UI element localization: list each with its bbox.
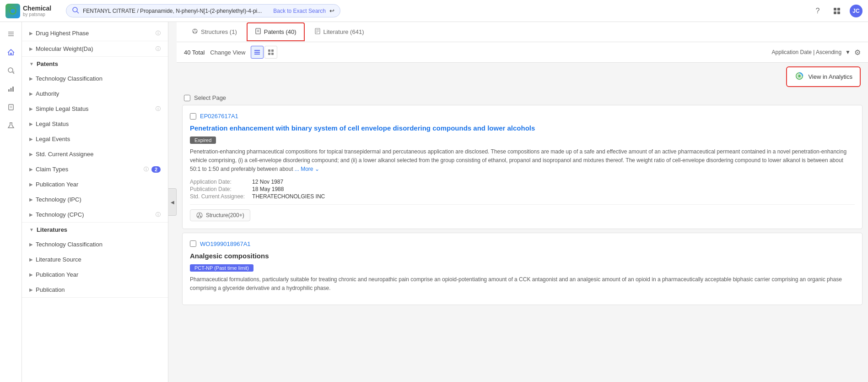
authority-label: Authority	[36, 90, 161, 97]
total-count: 40 Total	[184, 49, 205, 56]
select-page-checkbox[interactable]	[184, 95, 190, 101]
technology-cpc-item[interactable]: ▶ Technology (CPC) ⓘ	[22, 207, 168, 222]
logo-area: Chemical by patsnap	[5, 4, 60, 18]
tab-structures-label: Structures (1)	[201, 28, 237, 35]
patent-1-abstract: Penetration-enhancing pharmaceutical com…	[190, 147, 855, 174]
list-view-icon[interactable]	[251, 46, 264, 59]
patent-1-header: EP0267617A1	[190, 113, 855, 120]
svg-rect-26	[256, 28, 260, 34]
tab-patents[interactable]: Patents (40)	[247, 22, 305, 41]
publication-year-item[interactable]: ▶ Publication Year	[22, 177, 168, 192]
chevron-right-icon: ▶	[29, 121, 33, 126]
chart-side-icon[interactable]	[3, 81, 19, 97]
svg-point-23	[194, 29, 196, 31]
flask-side-icon[interactable]	[3, 117, 19, 134]
legal-status-label: Legal Status	[36, 120, 161, 127]
icon-bar	[0, 22, 22, 382]
search-input[interactable]	[83, 8, 270, 14]
claim-types-item[interactable]: ▶ Claim Types ⓘ 2	[22, 162, 168, 177]
svg-point-25	[195, 32, 197, 33]
tabs-bar: Structures (1) Patents (40) Literature (…	[177, 22, 868, 42]
chevron-right-icon: ▶	[29, 136, 33, 142]
svg-rect-7	[837, 11, 840, 14]
simple-legal-status-item[interactable]: ▶ Simple Legal Status ⓘ	[22, 101, 168, 116]
analytics-section: View in Analytics	[177, 63, 868, 91]
sidebar-collapse-btn[interactable]: ◀	[168, 188, 177, 216]
literatures-section: ▼ Literatures ▶ Technology Classificatio…	[22, 223, 168, 298]
patent-2-title[interactable]: Analgesic compositions	[190, 251, 855, 261]
view-icons	[251, 46, 277, 59]
settings-icon[interactable]: ⚙	[854, 48, 861, 57]
technology-ipc-item[interactable]: ▶ Technology (IPC)	[22, 192, 168, 207]
patents-header[interactable]: ▼ Patents	[22, 57, 168, 71]
sort-chevron-icon[interactable]: ▼	[845, 49, 851, 55]
analytics-btn[interactable]: View in Analytics	[786, 66, 861, 87]
literatures-header[interactable]: ▼ Literatures	[22, 223, 168, 237]
patent-card-2: WO1999018967A1 Analgesic compositions PC…	[182, 233, 863, 305]
patent-1-title[interactable]: Penetration enhancement with binary syst…	[190, 123, 855, 133]
legal-events-item[interactable]: ▶ Legal Events	[22, 131, 168, 147]
logo-icon	[5, 4, 20, 18]
patent-2-id[interactable]: WO1999018967A1	[200, 240, 251, 247]
patent-1-id[interactable]: EP0267617A1	[200, 113, 238, 120]
structures-tab-icon	[192, 28, 198, 36]
tab-structures[interactable]: Structures (1)	[184, 23, 245, 41]
application-date-value-1: 12 Nov 1987	[252, 179, 855, 185]
literature-source-label: Literature Source	[36, 256, 161, 263]
claim-types-badge: 2	[151, 166, 161, 173]
legal-status-item[interactable]: ▶ Legal Status	[22, 116, 168, 131]
patent-1-more-link[interactable]: ... More ⌄	[295, 166, 319, 172]
tab-literature[interactable]: Literature (641)	[307, 23, 372, 41]
svg-line-3	[77, 11, 79, 13]
literature-source-item[interactable]: ▶ Literature Source	[22, 252, 168, 267]
assignee-value-1: THERATECHONOLGIES INC	[252, 193, 855, 200]
technology-classification-item[interactable]: ▶ Technology Classification	[22, 71, 168, 86]
grid-icon[interactable]	[830, 5, 843, 17]
chevron-right-icon: ▶	[29, 182, 33, 187]
simple-legal-status-label: Simple Legal Status	[36, 105, 151, 112]
menu-icon[interactable]	[3, 26, 19, 42]
svg-point-1	[11, 9, 15, 13]
structure-btn-1[interactable]: Structure(200+)	[190, 209, 250, 221]
logo-text: Chemical by patsnap	[23, 5, 51, 17]
drug-highest-phase-item[interactable]: ▶ Drug Highest Phase ⓘ	[22, 26, 168, 41]
patent-1-checkbox[interactable]	[190, 113, 196, 120]
patent-2-status-badge: PCT-NP (Past time limit)	[190, 264, 253, 272]
chevron-right-icon: ▶	[29, 287, 33, 292]
publication-item[interactable]: ▶ Publication	[22, 282, 168, 297]
technology-cpc-label: Technology (CPC)	[36, 211, 151, 218]
literatures-header-label: Literatures	[37, 226, 67, 233]
molecular-weight-item[interactable]: ▶ Molecular Weight(Da) ⓘ	[22, 41, 168, 56]
lit-publication-year-item[interactable]: ▶ Publication Year	[22, 267, 168, 282]
technology-classification-label: Technology Classification	[36, 75, 161, 82]
patents-tab-icon	[255, 28, 261, 36]
grid-view-icon[interactable]	[264, 46, 277, 59]
std-current-assignee-item[interactable]: ▶ Std. Current Assignee	[22, 147, 168, 162]
main-layout: ▶ Drug Highest Phase ⓘ ▶ Molecular Weigh…	[0, 22, 868, 382]
svg-point-2	[73, 7, 77, 12]
chevron-right-icon: ▶	[29, 197, 33, 202]
back-to-exact-search-btn[interactable]: Back to Exact Search	[273, 8, 326, 14]
lit-publication-year-label: Publication Year	[36, 271, 161, 278]
results-area: View in Analytics Select Page EP0267617A…	[177, 63, 868, 382]
search-side-icon[interactable]	[3, 62, 19, 79]
book-side-icon[interactable]	[3, 99, 19, 115]
help-icon[interactable]: ?	[811, 5, 824, 17]
svg-rect-15	[8, 89, 10, 92]
divider-1	[190, 204, 855, 205]
svg-line-49	[199, 214, 200, 216]
sort-label: Application Date | Ascending	[772, 49, 842, 55]
search-bar[interactable]: document.querySelector('[data-name="sear…	[66, 4, 340, 17]
info-icon: ⓘ	[156, 211, 161, 218]
home-icon[interactable]	[3, 44, 19, 60]
user-avatar[interactable]: JC	[850, 5, 863, 17]
back-arrow-icon: ↩	[329, 7, 334, 14]
chevron-right-icon: ▶	[29, 31, 33, 36]
technology-ipc-label: Technology (IPC)	[36, 196, 161, 203]
lit-technology-classification-item[interactable]: ▶ Technology Classification	[22, 237, 168, 252]
chevron-right-icon: ▶	[29, 152, 33, 157]
svg-rect-5	[837, 8, 840, 11]
info-icon: ⓘ	[156, 30, 161, 37]
authority-item[interactable]: ▶ Authority	[22, 86, 168, 101]
patent-2-checkbox[interactable]	[190, 240, 196, 247]
